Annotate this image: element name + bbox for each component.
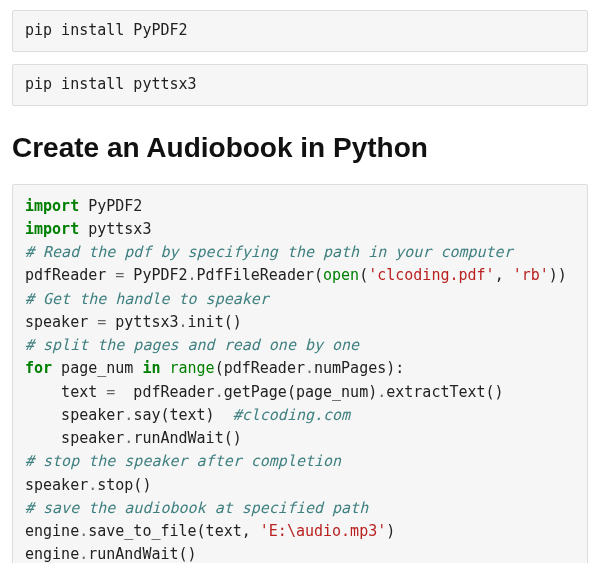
code-line: pdfReader = PyPDF2.PdfFileReader(open('c… bbox=[25, 264, 575, 287]
code-line: speaker.say(text) #clcoding.com bbox=[25, 404, 575, 427]
code-text: runAndWait() bbox=[88, 545, 196, 563]
code-text: stop() bbox=[97, 476, 151, 494]
code-text bbox=[160, 359, 169, 377]
code-text: , bbox=[495, 266, 513, 284]
builtin: range bbox=[170, 359, 215, 377]
install-command-1: pip install PyPDF2 bbox=[12, 10, 588, 52]
operator: = bbox=[97, 313, 106, 331]
operator: . bbox=[215, 383, 224, 401]
code-text: engine bbox=[25, 545, 79, 563]
keyword-in: in bbox=[142, 359, 160, 377]
code-text: getPage(page_num) bbox=[224, 383, 378, 401]
code-text: ( bbox=[359, 266, 368, 284]
keyword-import: import bbox=[25, 197, 79, 215]
code-line: text = pdfReader.getPage(page_num).extra… bbox=[25, 381, 575, 404]
string: 'clcoding.pdf' bbox=[368, 266, 494, 284]
code-text: say(text) bbox=[133, 406, 232, 424]
code-text: pdfReader bbox=[115, 383, 214, 401]
code-line: # Read the pdf by specifying the path in… bbox=[25, 241, 575, 264]
comment: # Get the handle to speaker bbox=[25, 290, 269, 308]
code-line: # Get the handle to speaker bbox=[25, 288, 575, 311]
code-text: init() bbox=[188, 313, 242, 331]
code-line: engine.runAndWait() bbox=[25, 543, 575, 563]
code-line: import PyPDF2 bbox=[25, 195, 575, 218]
python-code-block: import PyPDF2 import pyttsx3 # Read the … bbox=[12, 184, 588, 564]
string: 'E:\audio.mp3' bbox=[260, 522, 386, 540]
code-text: ) bbox=[386, 522, 395, 540]
code-text: text bbox=[25, 383, 106, 401]
operator: . bbox=[377, 383, 386, 401]
code-text: pdfReader bbox=[25, 266, 115, 284]
code-line: # save the audiobook at specified path bbox=[25, 497, 575, 520]
code-text: engine bbox=[25, 522, 79, 540]
code-text: speaker bbox=[25, 406, 124, 424]
comment: # Read the pdf by specifying the path in… bbox=[25, 243, 513, 261]
code-line: import pyttsx3 bbox=[25, 218, 575, 241]
code-text: (pdfReader bbox=[215, 359, 305, 377]
code-text: extractText() bbox=[386, 383, 503, 401]
code-text: speaker bbox=[25, 313, 97, 331]
comment: # split the pages and read one by one bbox=[25, 336, 359, 354]
operator: . bbox=[88, 476, 97, 494]
keyword-import: import bbox=[25, 220, 79, 238]
page-title: Create an Audiobook in Python bbox=[12, 132, 588, 164]
code-line: # stop the speaker after completion bbox=[25, 450, 575, 473]
code-line: speaker = pyttsx3.init() bbox=[25, 311, 575, 334]
builtin: open bbox=[323, 266, 359, 284]
string: 'rb' bbox=[513, 266, 549, 284]
comment: # save the audiobook at specified path bbox=[25, 499, 368, 517]
operator: = bbox=[106, 383, 115, 401]
module-name: PyPDF2 bbox=[79, 197, 142, 215]
code-text: page_num bbox=[52, 359, 142, 377]
code-line: for page_num in range(pdfReader.numPages… bbox=[25, 357, 575, 380]
code-text: runAndWait() bbox=[133, 429, 241, 447]
code-text: speaker bbox=[25, 429, 124, 447]
keyword-for: for bbox=[25, 359, 52, 377]
operator: . bbox=[188, 266, 197, 284]
code-text: PdfFileReader( bbox=[197, 266, 323, 284]
operator: . bbox=[179, 313, 188, 331]
code-line: engine.save_to_file(text, 'E:\audio.mp3'… bbox=[25, 520, 575, 543]
code-text: speaker bbox=[25, 476, 88, 494]
code-text: numPages): bbox=[314, 359, 404, 377]
operator: = bbox=[115, 266, 124, 284]
comment: # stop the speaker after completion bbox=[25, 452, 341, 470]
code-line: speaker.stop() bbox=[25, 474, 575, 497]
code-line: speaker.runAndWait() bbox=[25, 427, 575, 450]
code-text: )) bbox=[549, 266, 567, 284]
code-text: pyttsx3 bbox=[106, 313, 178, 331]
operator: . bbox=[305, 359, 314, 377]
install-command-2: pip install pyttsx3 bbox=[12, 64, 588, 106]
module-name: pyttsx3 bbox=[79, 220, 151, 238]
operator: . bbox=[79, 545, 88, 563]
code-line: # split the pages and read one by one bbox=[25, 334, 575, 357]
code-text: PyPDF2 bbox=[124, 266, 187, 284]
operator: . bbox=[79, 522, 88, 540]
comment: #clcoding.com bbox=[233, 406, 350, 424]
code-text: save_to_file(text, bbox=[88, 522, 260, 540]
